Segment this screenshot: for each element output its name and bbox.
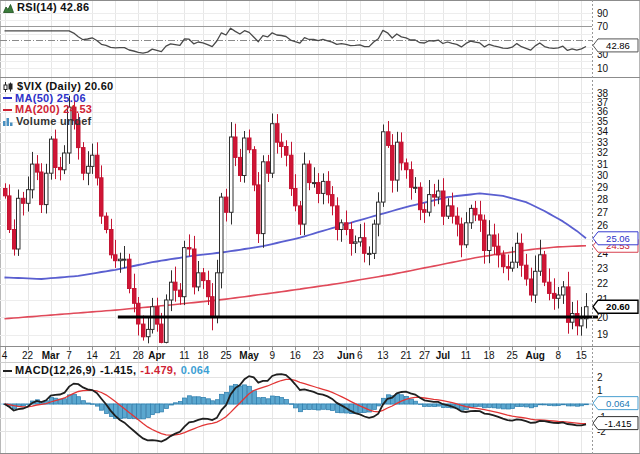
date-axis-label: 8 <box>556 350 562 361</box>
price-axis-label: 33 <box>597 137 609 148</box>
svg-text:25.06: 25.06 <box>606 233 630 244</box>
date-axis-label: 7 <box>66 350 72 361</box>
rsi-legend-label: RSI(14) 42.86 <box>17 2 89 14</box>
axis-bubble: 25.06 <box>593 232 638 245</box>
macd-axis-label: 2 <box>597 372 603 383</box>
date-axis-label: 14 <box>87 350 99 361</box>
date-axis-label: 9 <box>269 350 275 361</box>
date-axis-label: 25 <box>220 350 232 361</box>
volume-label: Volume undef <box>16 116 92 128</box>
date-axis-label: 22 <box>22 350 34 361</box>
date-axis-label: 18 <box>197 350 209 361</box>
macd-name-label: MACD(12,26,9) <box>15 365 96 377</box>
svg-text:-1.415: -1.415 <box>605 418 632 429</box>
date-axis-label: 23 <box>313 350 325 361</box>
date-axis-label: Mar <box>42 350 60 361</box>
date-axis-label: 27 <box>419 350 431 361</box>
price-axis-label: 31 <box>597 159 609 170</box>
date-axis-label: 13 <box>377 350 389 361</box>
price-axis-label: 29 <box>597 182 609 193</box>
stock-chart: 3837363534333231302928272624232221201990… <box>0 0 640 454</box>
price-axis-label: 26 <box>597 220 609 231</box>
rsi-axis-label: 70 <box>597 21 609 32</box>
macd-legend: MACD(12,26,9) -1.415, -1.479, 0.064 <box>3 365 210 377</box>
price-axis-label: 22 <box>597 278 609 289</box>
ma200-swatch <box>3 109 12 111</box>
date-axis-label: 25 <box>507 350 519 361</box>
ma200-label: MA(200) 24.53 <box>15 104 92 116</box>
price-axis-label: 30 <box>597 170 609 181</box>
price-axis-label: 27 <box>597 207 609 218</box>
date-axis-label: 11 <box>179 350 190 361</box>
rsi-legend: RSI(14) 42.86 <box>3 2 89 14</box>
date-axis-label: 16 <box>290 350 302 361</box>
price-axis-label: 23 <box>597 263 609 274</box>
macd-axis-label: 1 <box>597 385 603 396</box>
price-axis-label: 19 <box>597 329 609 340</box>
chart-canvas: 3837363534333231302928272624232221201990… <box>0 0 640 454</box>
rsi-axis-label: 90 <box>597 8 609 19</box>
date-axis-label: 18 <box>484 350 496 361</box>
volume-icon <box>3 117 13 126</box>
macd-swatch <box>3 370 12 372</box>
svg-text:0.064: 0.064 <box>606 398 630 409</box>
date-axis-label: 28 <box>133 350 145 361</box>
axis-bubble: 42.86 <box>593 39 638 52</box>
date-axis-label: 4 <box>2 350 8 361</box>
date-axis-label: 21 <box>110 350 122 361</box>
price-axis-label: 28 <box>597 194 609 205</box>
rsi-axis-label: 10 <box>597 63 609 74</box>
ma50-swatch <box>3 97 12 99</box>
hist-value-label: 0.064 <box>181 365 210 377</box>
area-chart-icon <box>3 3 14 13</box>
date-axis-label: 15 <box>576 350 588 361</box>
price-legend: $VIX (Daily) 20.60 MA(50) 25.06 MA(200) … <box>3 81 114 127</box>
symbol-label: $VIX (Daily) 20.60 <box>17 81 114 93</box>
svg-text:20.60: 20.60 <box>606 301 630 312</box>
date-axis-label: 6 <box>357 350 363 361</box>
date-axis-label: 21 <box>400 350 412 361</box>
date-axis-label: 11 <box>461 350 472 361</box>
date-axis-label: Apr <box>148 350 165 361</box>
svg-text:42.86: 42.86 <box>606 40 630 51</box>
date-axis-label: Jul <box>436 350 451 361</box>
price-axis-label: 34 <box>597 126 609 137</box>
date-axis-label: Jun <box>337 350 355 361</box>
date-axis-label: May <box>239 350 259 361</box>
price-axis-label: 32 <box>597 147 609 158</box>
date-axis-label: Aug <box>525 350 544 361</box>
axis-bubble: 20.60 <box>593 300 638 313</box>
candlestick-icon <box>3 82 14 92</box>
macd-value-label: -1.415, <box>100 365 136 377</box>
axis-bubble: 0.064 <box>593 397 638 410</box>
axis-bubble: -1.415 <box>593 417 638 430</box>
signal-value-label: -1.479, <box>140 365 176 377</box>
